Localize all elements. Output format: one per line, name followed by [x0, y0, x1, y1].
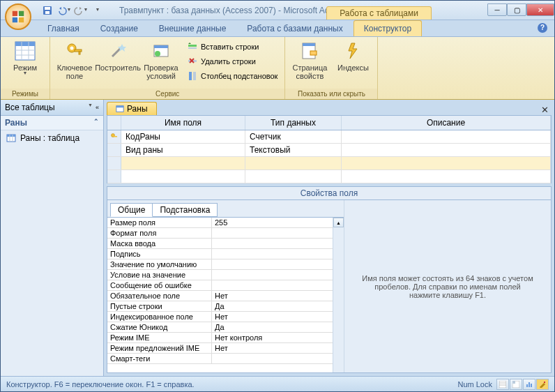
property-row[interactable]: Значение по умолчанию: [107, 259, 344, 270]
tab-lookup[interactable]: Подстановка: [152, 203, 218, 217]
nav-group-header[interactable]: Раны ⌃: [1, 116, 103, 130]
undo-button[interactable]: ▼: [56, 3, 72, 17]
svg-rect-27: [193, 72, 196, 80]
data-type-cell[interactable]: Счетчик: [245, 130, 342, 143]
col-data-type[interactable]: Тип данных: [245, 116, 342, 130]
document-area: Раны ✕ Имя поля Тип данных Описание КодР…: [104, 100, 554, 376]
save-button[interactable]: [40, 3, 55, 17]
property-row[interactable]: Пустые строкиДа: [107, 301, 344, 312]
property-row[interactable]: Режим предложений IMEНет: [107, 343, 344, 354]
property-value[interactable]: [212, 280, 344, 290]
row-selector[interactable]: [107, 170, 121, 183]
field-row[interactable]: Вид раны Текстовый: [107, 144, 551, 157]
numlock-indicator: Num Lock: [457, 380, 492, 389]
datasheet-view-button[interactable]: [496, 379, 509, 390]
pivotchart-view-button[interactable]: [523, 379, 535, 390]
property-value[interactable]: Нет: [212, 291, 344, 301]
property-row[interactable]: Сжатие ЮникодДа: [107, 322, 344, 333]
field-name-cell[interactable]: КодРаны: [121, 130, 245, 143]
tab-create[interactable]: Создание: [90, 20, 149, 36]
quick-access-toolbar: ▼ ▼ ▼: [40, 3, 105, 17]
row-selector[interactable]: [107, 144, 121, 156]
scrollbar[interactable]: ▲: [333, 218, 344, 372]
property-row[interactable]: Маска ввода: [107, 239, 344, 249]
field-row[interactable]: КодРаны Счетчик: [107, 130, 551, 144]
property-sheet-button[interactable]: Страница свойств: [289, 38, 330, 82]
document-tab[interactable]: Раны: [107, 102, 157, 115]
nav-collapse-icon[interactable]: «: [96, 104, 99, 111]
office-button[interactable]: [5, 3, 31, 30]
property-row[interactable]: Сообщение об ошибке: [107, 280, 344, 291]
property-row[interactable]: Индексированное полеНет: [107, 312, 344, 322]
key-icon: [111, 133, 118, 140]
data-type-cell[interactable]: Текстовый: [245, 144, 342, 156]
col-description[interactable]: Описание: [342, 116, 551, 130]
property-value[interactable]: Да: [212, 322, 344, 332]
property-value[interactable]: Да: [212, 301, 344, 311]
property-value[interactable]: [212, 249, 344, 259]
description-cell[interactable]: [342, 130, 551, 143]
qat-customize[interactable]: ▼: [90, 3, 105, 17]
document-close-button[interactable]: ✕: [541, 105, 554, 115]
tab-home[interactable]: Главная: [37, 20, 90, 36]
lightning-icon: [342, 40, 364, 62]
maximize-button[interactable]: ▢: [507, 3, 526, 16]
close-button[interactable]: ✕: [526, 3, 554, 16]
workspace: Все таблицы ▼« Раны ⌃ Раны : таблица Ран…: [1, 100, 554, 376]
nav-pane-header[interactable]: Все таблицы ▼«: [1, 100, 103, 116]
property-row[interactable]: Обязательное полеНет: [107, 291, 344, 301]
property-splitter: Свойства поля: [107, 186, 552, 200]
property-value[interactable]: [212, 259, 344, 269]
tab-database-tools[interactable]: Работа с базами данных: [236, 20, 353, 36]
property-value[interactable]: Нет: [212, 312, 344, 322]
insert-rows-button[interactable]: Вставить строки: [184, 40, 280, 54]
svg-rect-3: [19, 17, 24, 22]
property-name: Обязательное поле: [107, 291, 212, 301]
property-name: Пустые строки: [107, 301, 212, 311]
nav-filter-icon[interactable]: ▼: [88, 103, 93, 111]
property-row[interactable]: Режим IMEНет контроля: [107, 333, 344, 343]
row-selector[interactable]: [107, 130, 121, 143]
property-value[interactable]: [212, 228, 344, 238]
delete-rows-button[interactable]: Удалить строки: [184, 54, 280, 68]
builder-button[interactable]: Построитель: [98, 38, 138, 73]
lookup-column-button[interactable]: Столбец подстановок: [184, 69, 280, 83]
tab-design[interactable]: Конструктор: [353, 20, 422, 36]
redo-button[interactable]: ▼: [73, 3, 89, 17]
pivottable-view-button[interactable]: [510, 379, 522, 390]
svg-rect-26: [189, 72, 192, 80]
nav-item-table[interactable]: Раны : таблица: [1, 130, 103, 146]
property-row[interactable]: Условие на значение: [107, 270, 344, 280]
row-selector[interactable]: [107, 157, 121, 169]
view-button[interactable]: Режим ▼: [5, 38, 45, 77]
property-row[interactable]: Формат поля: [107, 228, 344, 239]
property-value[interactable]: 255: [212, 218, 344, 227]
property-row[interactable]: Смарт-теги: [107, 354, 344, 364]
tab-general[interactable]: Общие: [110, 203, 153, 217]
property-value[interactable]: Нет контроля: [212, 333, 344, 342]
tab-external-data[interactable]: Внешние данные: [149, 20, 237, 36]
test-validation-button[interactable]: Проверка условий: [141, 38, 181, 82]
field-row[interactable]: [107, 157, 551, 170]
ribbon-group-tools: Ключевое поле Построитель Проверка услов…: [50, 37, 285, 99]
primary-key-button[interactable]: Ключевое поле: [54, 38, 95, 82]
field-row[interactable]: [107, 170, 551, 183]
window-title: Травмпункт : база данных (Access 2007) -…: [119, 6, 326, 15]
wand-icon: [107, 40, 129, 62]
description-cell[interactable]: [342, 144, 551, 156]
scroll-up-button[interactable]: ▲: [333, 218, 344, 227]
col-field-name[interactable]: Имя поля: [121, 116, 245, 130]
property-value[interactable]: [212, 354, 344, 363]
property-row[interactable]: Подпись: [107, 249, 344, 259]
help-button[interactable]: ?: [538, 23, 547, 33]
property-value[interactable]: [212, 270, 344, 280]
property-value[interactable]: [212, 239, 344, 248]
field-name-cell[interactable]: Вид раны: [121, 144, 245, 156]
design-view-button[interactable]: [536, 379, 549, 390]
field-properties: Общие Подстановка ▲ Размер поля255Формат…: [107, 200, 552, 373]
indexes-button[interactable]: Индексы: [333, 38, 373, 73]
minimize-button[interactable]: ─: [487, 3, 507, 16]
svg-rect-1: [19, 10, 24, 15]
property-value[interactable]: Нет: [212, 343, 344, 353]
property-row[interactable]: Размер поля255: [107, 218, 344, 228]
